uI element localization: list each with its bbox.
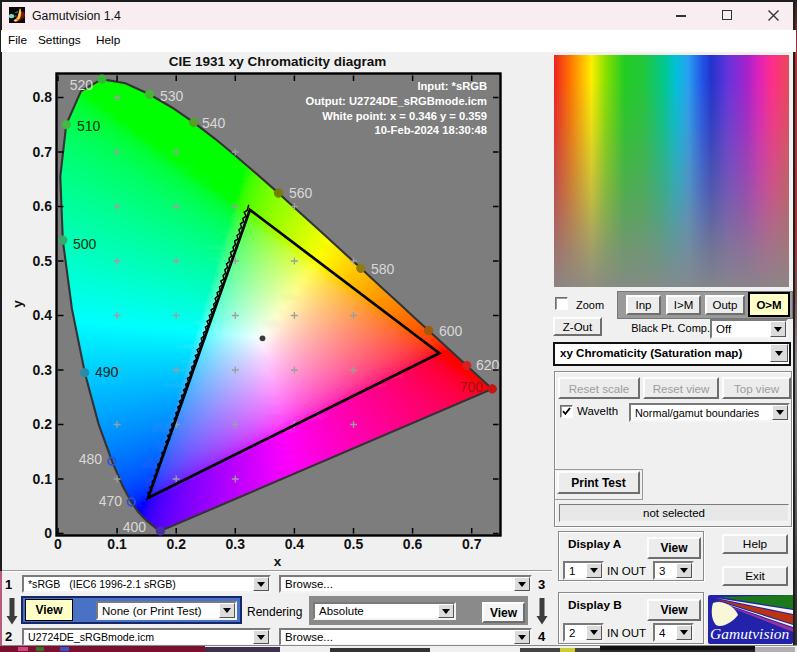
svg-text:560: 560 [289,185,313,201]
svg-text:0.8: 0.8 [33,89,53,105]
svg-text:0.7: 0.7 [462,536,482,552]
svg-text:0.3: 0.3 [33,362,53,378]
svg-text:540: 540 [202,115,226,131]
svg-text:600: 600 [439,323,463,339]
svg-text:0.6: 0.6 [33,198,53,214]
svg-text:White point: x = 0.346 y = 0: White point: x = 0.346 y = 0.359 [322,110,487,122]
svg-text:0.4: 0.4 [285,536,305,552]
svg-text:y: y [10,300,25,308]
svg-text:Input: *sRGB: Input: *sRGB [417,80,487,92]
svg-text:400: 400 [123,519,147,535]
svg-text:0.1: 0.1 [33,471,53,487]
svg-text:700: 700 [460,379,484,395]
svg-text:580: 580 [371,261,395,277]
svg-text:0.2: 0.2 [166,536,186,552]
svg-text:0.6: 0.6 [403,536,423,552]
svg-text:0.5: 0.5 [33,253,53,269]
svg-text:0.3: 0.3 [226,536,246,552]
svg-text:10-Feb-2024 18:30:48: 10-Feb-2024 18:30:48 [374,124,487,136]
svg-text:470: 470 [99,493,123,509]
svg-text:0: 0 [54,536,62,552]
svg-text:520: 520 [70,77,94,93]
svg-text:490: 490 [95,364,119,380]
svg-text:x: x [274,554,282,569]
svg-text:480: 480 [79,451,103,467]
svg-text:Output: U2724DE_sRGBmode.icm: Output: U2724DE_sRGBmode.icm [305,95,487,107]
svg-text:0.4: 0.4 [33,307,53,323]
svg-text:Gamutvision: Gamutvision [710,625,789,642]
svg-text:500: 500 [73,236,97,252]
svg-text:530: 530 [160,88,184,104]
svg-text:0.2: 0.2 [33,416,53,432]
svg-text:0.7: 0.7 [33,144,53,160]
svg-text:CIE 1931 xy Chromaticity diagr: CIE 1931 xy Chromaticity diagram [169,54,387,69]
svg-text:0: 0 [44,525,52,541]
svg-text:510: 510 [77,118,101,134]
svg-text:0.1: 0.1 [107,536,127,552]
svg-text:0.5: 0.5 [344,536,364,552]
